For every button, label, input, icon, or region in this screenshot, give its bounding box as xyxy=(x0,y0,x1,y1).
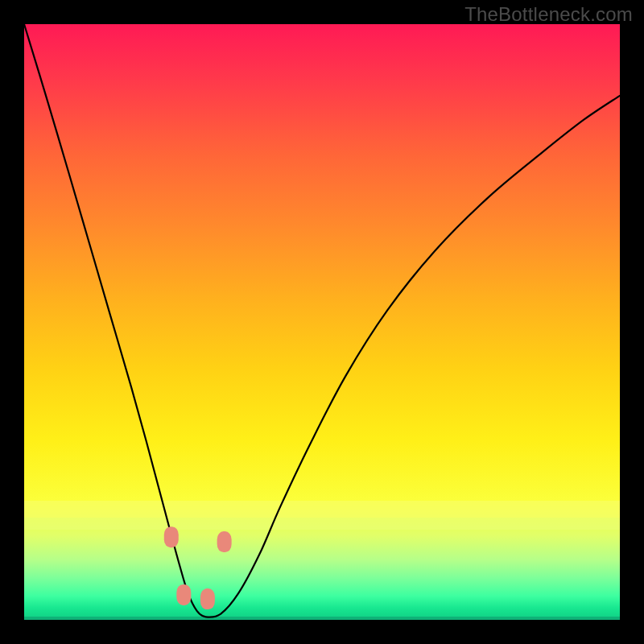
curve-marker xyxy=(217,531,232,552)
curve-layer xyxy=(24,24,620,620)
watermark-text: TheBottleneck.com xyxy=(464,3,633,26)
chart-frame: TheBottleneck.com xyxy=(0,0,644,644)
curve-marker xyxy=(200,588,215,609)
curve-marker xyxy=(176,584,191,605)
curve-marker xyxy=(164,526,179,547)
plot-area xyxy=(24,24,620,620)
bottleneck-curve xyxy=(24,24,620,617)
